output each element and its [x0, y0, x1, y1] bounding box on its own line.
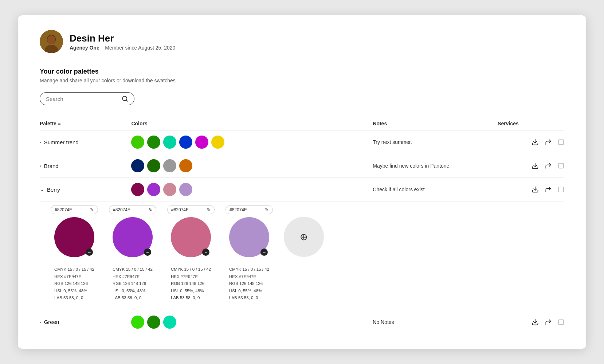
remove-badge-0[interactable]: −: [86, 248, 93, 256]
swatch-berry-3[interactable]: [179, 183, 192, 196]
hex-label-1: #82074E: [113, 207, 130, 212]
chevron-icon-brand: ›: [40, 164, 41, 168]
color-card-header-3: #82074E✎: [225, 205, 273, 214]
th-palette: Palette ≡: [40, 117, 131, 130]
row-name-green[interactable]: ›Green: [40, 319, 131, 325]
color-card-header-0: #82074E✎: [51, 205, 98, 214]
filter-icon-palette[interactable]: Palette ≡: [40, 121, 61, 126]
chevron-icon-summer-trend: ›: [40, 140, 41, 144]
palette-name-cell: ›Brand: [40, 154, 131, 178]
remove-badge-3[interactable]: −: [260, 248, 268, 256]
color-card-0: #82074E✎−CMYK 15 / 0 / 15 / 42HEX #7E947…: [51, 205, 98, 302]
edit-icon-2[interactable]: ✎: [207, 207, 211, 212]
notes-cell-summer-trend: Try next summer.: [373, 130, 498, 154]
svg-rect-9: [558, 163, 564, 168]
delete-button-berry[interactable]: [558, 186, 564, 193]
palette-row: ›BrandMaybe find new colors in Pantone.: [40, 154, 564, 178]
row-name-brand[interactable]: ›Brand: [40, 163, 131, 169]
download-button-green[interactable]: [532, 318, 539, 326]
edit-icon-3[interactable]: ✎: [265, 207, 269, 212]
swatch-green-1[interactable]: [147, 316, 160, 329]
color-circle-0[interactable]: −: [54, 217, 94, 257]
colors-cell-summer-trend: [131, 130, 373, 154]
swatch-summer-trend-4[interactable]: [195, 136, 208, 149]
remove-badge-2[interactable]: −: [202, 248, 209, 256]
services-cell-green: [498, 310, 564, 334]
color-info-3: CMYK 15 / 0 / 15 / 42HEX #7E947ERGB 126 …: [229, 266, 269, 302]
swatch-brand-1[interactable]: [147, 159, 160, 172]
section-title: Your color palettes: [40, 68, 564, 75]
svg-rect-13: [558, 320, 564, 325]
svg-rect-11: [558, 187, 564, 192]
notes-cell-brand: Maybe find new colors in Pantone.: [373, 154, 498, 178]
swatch-summer-trend-1[interactable]: [147, 136, 160, 149]
svg-point-3: [47, 35, 55, 44]
profile-header: Desin Her Agency One Member since August…: [40, 30, 564, 53]
color-card-2: #82074E✎−CMYK 15 / 0 / 15 / 42HEX #7E947…: [167, 205, 215, 302]
color-circle-1[interactable]: −: [113, 217, 153, 257]
color-card-header-1: #82074E✎: [109, 205, 156, 214]
delete-button-brand[interactable]: [558, 163, 564, 169]
color-card-1: #82074E✎−CMYK 15 / 0 / 15 / 42HEX #7E947…: [109, 205, 156, 302]
berry-expanded-cell: #82074E✎−CMYK 15 / 0 / 15 / 42HEX #7E947…: [40, 201, 564, 310]
swatch-berry-1[interactable]: [147, 183, 160, 196]
services-cell-summer-trend: [498, 130, 564, 154]
swatch-brand-0[interactable]: [131, 159, 144, 172]
download-button-berry[interactable]: [532, 186, 539, 193]
svg-line-5: [126, 100, 127, 101]
color-circle-3[interactable]: −: [229, 217, 269, 257]
note-text-brand: Maybe find new colors in Pantone.: [373, 163, 451, 169]
services-cell-brand: [498, 154, 564, 178]
share-button-brand[interactable]: [545, 162, 552, 169]
swatch-summer-trend-3[interactable]: [179, 136, 192, 149]
delete-button-green[interactable]: [558, 319, 564, 325]
th-notes: Notes: [373, 117, 498, 130]
swatch-summer-trend-5[interactable]: [211, 136, 224, 149]
swatch-berry-0[interactable]: [131, 183, 144, 196]
chevron-icon-berry: ⌄: [40, 187, 44, 192]
share-button-summer-trend[interactable]: [545, 138, 552, 146]
row-name-summer-trend[interactable]: ›Summer trend: [40, 139, 131, 145]
search-bar[interactable]: [40, 92, 134, 105]
swatch-berry-2[interactable]: [163, 183, 176, 196]
delete-button-summer-trend[interactable]: [558, 139, 564, 145]
palette-label-summer-trend: Summer trend: [44, 139, 79, 145]
download-button-brand[interactable]: [532, 162, 539, 169]
hex-label-2: #82074E: [171, 207, 189, 212]
share-button-green[interactable]: [545, 318, 552, 326]
swatch-green-0[interactable]: [131, 316, 144, 329]
swatch-green-2[interactable]: [163, 316, 176, 329]
remove-badge-1[interactable]: −: [144, 248, 151, 256]
note-text-berry: Check if all colors exist: [373, 187, 424, 192]
profile-info: Desin Her Agency One Member since August…: [70, 33, 175, 51]
colors-cell-brand: [131, 154, 373, 178]
notes-cell-green: No Notes: [373, 310, 498, 334]
palette-label-brand: Brand: [44, 163, 59, 169]
color-circle-2[interactable]: −: [171, 217, 211, 257]
hex-label-3: #82074E: [230, 207, 247, 212]
note-text-green: No Notes: [373, 319, 394, 325]
add-color-button[interactable]: ⊕: [284, 217, 324, 257]
swatch-summer-trend-2[interactable]: [163, 136, 176, 149]
search-input[interactable]: [46, 96, 122, 102]
download-button-summer-trend[interactable]: [532, 138, 539, 146]
palette-name-cell: ⌄Berry: [40, 178, 131, 201]
chevron-icon-green: ›: [40, 320, 41, 324]
swatch-brand-2[interactable]: [163, 159, 176, 172]
search-button[interactable]: [122, 95, 128, 102]
row-name-berry[interactable]: ⌄Berry: [40, 187, 131, 193]
palette-row: ›GreenNo Notes: [40, 310, 564, 334]
swatch-summer-trend-0[interactable]: [131, 136, 144, 149]
palettes-table: Palette ≡ Colors Notes Services ›Summer …: [40, 117, 564, 334]
color-info-0: CMYK 15 / 0 / 15 / 42HEX #7E947ERGB 126 …: [54, 266, 94, 302]
swatch-brand-3[interactable]: [179, 159, 192, 172]
color-card-header-2: #82074E✎: [167, 205, 215, 214]
palette-row: ⌄BerryCheck if all colors exist: [40, 178, 564, 201]
palette-name-cell: ›Green: [40, 310, 131, 334]
edit-icon-0[interactable]: ✎: [90, 207, 94, 212]
edit-icon-1[interactable]: ✎: [148, 207, 152, 212]
share-button-berry[interactable]: [545, 186, 552, 193]
berry-expanded-row: #82074E✎−CMYK 15 / 0 / 15 / 42HEX #7E947…: [40, 201, 564, 310]
colors-cell-berry: [131, 178, 373, 201]
th-services: Services: [498, 117, 564, 130]
